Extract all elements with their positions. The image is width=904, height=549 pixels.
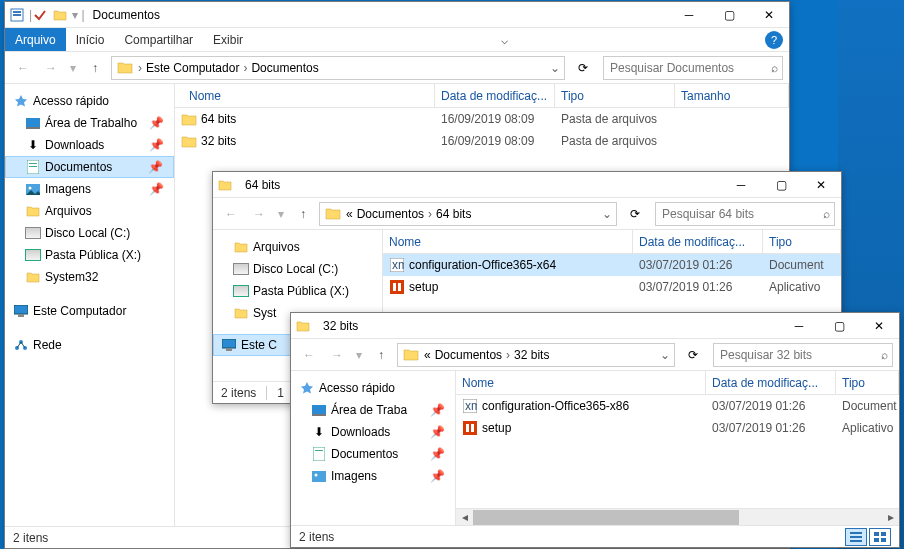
back-button[interactable]: ← bbox=[219, 202, 243, 226]
view-large-icon[interactable] bbox=[869, 528, 891, 546]
address-dropdown-icon[interactable]: ⌄ bbox=[658, 348, 672, 362]
nav-documents[interactable]: Documentos📌 bbox=[291, 443, 455, 465]
minimize-button[interactable]: ─ bbox=[721, 172, 761, 198]
nav-public-x[interactable]: Pasta Pública (X:) bbox=[213, 280, 382, 302]
list-item[interactable]: setup 03/07/2019 01:26 Aplicativo bbox=[456, 417, 899, 439]
col-date[interactable]: Data de modificaç... bbox=[706, 371, 836, 394]
nav-images[interactable]: Imagens📌 bbox=[5, 178, 174, 200]
minimize-button[interactable]: ─ bbox=[779, 313, 819, 339]
nav-downloads[interactable]: ⬇Downloads📌 bbox=[291, 421, 455, 443]
tab-exibir[interactable]: Exibir bbox=[203, 28, 253, 51]
breadcrumb-seg[interactable]: 64 bits bbox=[434, 207, 473, 221]
scrollbar-thumb[interactable] bbox=[473, 510, 739, 525]
up-button[interactable]: ↑ bbox=[291, 202, 315, 226]
nav-images[interactable]: Imagens📌 bbox=[291, 465, 455, 487]
col-type[interactable]: Tipo bbox=[836, 371, 899, 394]
chevron-right-icon[interactable]: › bbox=[426, 207, 434, 221]
maximize-button[interactable]: ▢ bbox=[709, 2, 749, 28]
up-button[interactable]: ↑ bbox=[83, 56, 107, 80]
nav-files[interactable]: Arquivos bbox=[5, 200, 174, 222]
search-box[interactable]: ⌕ bbox=[603, 56, 783, 80]
nav-downloads[interactable]: ⬇Downloads📌 bbox=[5, 134, 174, 156]
list-item[interactable]: xmlconfiguration-Office365-x64 03/07/201… bbox=[383, 254, 841, 276]
search-input[interactable] bbox=[718, 347, 881, 363]
list-item[interactable]: setup 03/07/2019 01:26 Aplicativo bbox=[383, 276, 841, 298]
close-button[interactable]: ✕ bbox=[749, 2, 789, 28]
nav-quick-access[interactable]: Acesso rápido bbox=[5, 90, 174, 112]
nav-desktop[interactable]: Área de Traba📌 bbox=[291, 399, 455, 421]
minimize-button[interactable]: ─ bbox=[669, 2, 709, 28]
nav-documents[interactable]: Documentos📌 bbox=[5, 156, 174, 178]
nav-disk-c[interactable]: Disco Local (C:) bbox=[5, 222, 174, 244]
refresh-button[interactable]: ⟳ bbox=[623, 202, 647, 226]
search-input[interactable] bbox=[608, 60, 771, 76]
scroll-left-icon[interactable]: ◂ bbox=[456, 509, 473, 526]
nav-desktop[interactable]: Área de Trabalho📌 bbox=[5, 112, 174, 134]
list-item[interactable]: 64 bits 16/09/2019 08:09 Pasta de arquiv… bbox=[175, 108, 789, 130]
qat-save-icon[interactable] bbox=[32, 7, 48, 23]
search-box[interactable]: ⌕ bbox=[655, 202, 835, 226]
back-button[interactable]: ← bbox=[11, 56, 35, 80]
up-button[interactable]: ↑ bbox=[369, 343, 393, 367]
recent-dropdown-icon[interactable]: ▾ bbox=[67, 56, 79, 80]
chevron-right-icon[interactable]: › bbox=[136, 61, 144, 75]
titlebar-2[interactable]: 64 bits ─ ▢ ✕ bbox=[213, 172, 841, 198]
col-name[interactable]: Nome bbox=[175, 84, 435, 107]
col-date[interactable]: Data de modificaç... bbox=[435, 84, 555, 107]
maximize-button[interactable]: ▢ bbox=[761, 172, 801, 198]
col-type[interactable]: Tipo bbox=[763, 230, 841, 253]
recent-dropdown-icon[interactable]: ▾ bbox=[275, 202, 287, 226]
nav-public-x[interactable]: Pasta Pública (X:) bbox=[5, 244, 174, 266]
recent-dropdown-icon[interactable]: ▾ bbox=[353, 343, 365, 367]
column-headers-2[interactable]: Nome Data de modificaç... Tipo bbox=[383, 230, 841, 254]
maximize-button[interactable]: ▢ bbox=[819, 313, 859, 339]
navigation-pane-3[interactable]: Acesso rápido Área de Traba📌 ⬇Downloads📌… bbox=[291, 371, 456, 525]
forward-button[interactable]: → bbox=[325, 343, 349, 367]
forward-button[interactable]: → bbox=[39, 56, 63, 80]
ribbon-collapse-icon[interactable]: ⌵ bbox=[501, 33, 508, 47]
list-item[interactable]: xmlconfiguration-Office365-x86 03/07/201… bbox=[456, 395, 899, 417]
breadcrumb[interactable]: « Documentos › 32 bits ⌄ bbox=[397, 343, 675, 367]
search-icon[interactable]: ⌕ bbox=[823, 207, 830, 221]
column-headers[interactable]: Nome Data de modificaç... Tipo Tamanho bbox=[175, 84, 789, 108]
breadcrumb-seg[interactable]: Documentos bbox=[433, 348, 504, 362]
col-type[interactable]: Tipo bbox=[555, 84, 675, 107]
nav-system32[interactable]: System32 bbox=[5, 266, 174, 288]
refresh-button[interactable]: ⟳ bbox=[681, 343, 705, 367]
breadcrumb-seg[interactable]: Documentos bbox=[355, 207, 426, 221]
col-date[interactable]: Data de modificaç... bbox=[633, 230, 763, 253]
nav-quick-access[interactable]: Acesso rápido bbox=[291, 377, 455, 399]
file-list-3[interactable]: xmlconfiguration-Office365-x86 03/07/201… bbox=[456, 395, 899, 508]
search-input[interactable] bbox=[660, 206, 823, 222]
chevron-right-icon[interactable]: › bbox=[504, 348, 512, 362]
scroll-right-icon[interactable]: ▸ bbox=[882, 509, 899, 526]
tab-compartilhar[interactable]: Compartilhar bbox=[114, 28, 203, 51]
column-headers-3[interactable]: Nome Data de modificaç... Tipo bbox=[456, 371, 899, 395]
navigation-pane[interactable]: Acesso rápido Área de Trabalho📌 ⬇Downloa… bbox=[5, 84, 175, 526]
view-details-icon[interactable] bbox=[845, 528, 867, 546]
nav-network[interactable]: Rede bbox=[5, 334, 174, 356]
close-button[interactable]: ✕ bbox=[859, 313, 899, 339]
titlebar-1[interactable]: | ▾ | Documentos ─ ▢ ✕ bbox=[5, 2, 789, 28]
nav-files[interactable]: Arquivos bbox=[213, 236, 382, 258]
col-size[interactable]: Tamanho bbox=[675, 84, 789, 107]
address-dropdown-icon[interactable]: ⌄ bbox=[548, 61, 562, 75]
search-icon[interactable]: ⌕ bbox=[881, 348, 888, 362]
nav-disk-c[interactable]: Disco Local (C:) bbox=[213, 258, 382, 280]
breadcrumb[interactable]: › Este Computador › Documentos ⌄ bbox=[111, 56, 565, 80]
search-icon[interactable]: ⌕ bbox=[771, 61, 778, 75]
back-button[interactable]: ← bbox=[297, 343, 321, 367]
qat-folder-icon[interactable] bbox=[52, 7, 68, 23]
tab-inicio[interactable]: Início bbox=[66, 28, 115, 51]
tab-arquivo[interactable]: Arquivo bbox=[5, 28, 66, 51]
close-button[interactable]: ✕ bbox=[801, 172, 841, 198]
col-name[interactable]: Nome bbox=[456, 371, 706, 394]
breadcrumb-current[interactable]: Documentos bbox=[249, 61, 320, 75]
horizontal-scrollbar[interactable]: ◂ ▸ bbox=[456, 508, 899, 525]
forward-button[interactable]: → bbox=[247, 202, 271, 226]
col-name[interactable]: Nome bbox=[383, 230, 633, 253]
search-box[interactable]: ⌕ bbox=[713, 343, 893, 367]
breadcrumb-seg[interactable]: 32 bits bbox=[512, 348, 551, 362]
titlebar-3[interactable]: 32 bits ─ ▢ ✕ bbox=[291, 313, 899, 339]
nav-this-pc[interactable]: Este Computador bbox=[5, 300, 174, 322]
